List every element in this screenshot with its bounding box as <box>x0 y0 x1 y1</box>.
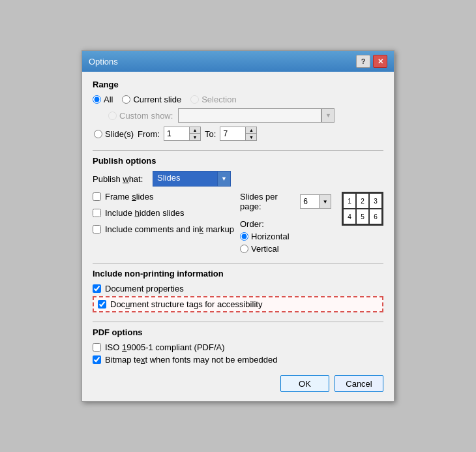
doc-structure-checkbox[interactable] <box>98 300 106 309</box>
include-comments-checkbox[interactable] <box>93 225 101 234</box>
radio-horizontal[interactable]: Horizontal <box>240 232 331 241</box>
from-input[interactable]: 1 <box>164 127 190 141</box>
main-options-grid: Frame slides Include hidden slides Inclu… <box>93 192 383 254</box>
doc-structure-label: Document structure tags for accessibilit… <box>110 299 262 309</box>
help-button[interactable]: ? <box>356 55 370 68</box>
doc-properties-row[interactable]: Document properties <box>93 284 383 294</box>
range-radio-group-1: All Current slide Selection <box>93 95 383 104</box>
to-down-arrow[interactable]: ▼ <box>246 134 256 140</box>
doc-structure-row[interactable]: Document structure tags for accessibilit… <box>93 296 383 312</box>
radio-vertical[interactable]: Vertical <box>240 244 331 254</box>
radio-selection-label: Selection <box>201 95 236 104</box>
iso-compliant-row[interactable]: ISO 19005-1 compliant (PDF/A) <box>93 342 383 352</box>
non-printing-section: Include non-printing information Documen… <box>93 269 383 312</box>
publish-options-title: Publish options <box>93 156 383 166</box>
radio-current-slide[interactable]: Current slide <box>122 95 181 104</box>
range-section: Range All Current slide Selection <box>93 80 383 141</box>
bitmap-text-checkbox[interactable] <box>93 355 101 364</box>
frame-slides-label: Frame slides <box>105 192 153 202</box>
frame-slides-row[interactable]: Frame slides <box>93 192 236 202</box>
spp-value[interactable]: 6 <box>300 194 320 209</box>
custom-show-wrapper: ▼ <box>178 108 335 123</box>
pdf-options-title: PDF options <box>93 327 383 337</box>
range-section-title: Range <box>93 80 383 89</box>
options-dialog: Options ? ✕ Range All Current slide <box>82 50 394 402</box>
slide-cell-6: 6 <box>369 209 382 224</box>
radio-selection[interactable]: Selection <box>190 95 236 104</box>
divider-2 <box>93 263 383 264</box>
doc-properties-checkbox[interactable] <box>93 284 101 293</box>
bitmap-text-row[interactable]: Bitmap text when fonts may not be embedd… <box>93 355 383 365</box>
cancel-button[interactable]: Cancel <box>335 375 383 392</box>
slide-cell-1: 1 <box>343 193 356 209</box>
divider-1 <box>93 150 383 151</box>
slides-per-page-label: Slides per page: <box>240 192 295 211</box>
order-section: Order: Horizontal Vertical <box>240 219 331 254</box>
iso-compliant-label: ISO 19005-1 compliant (PDF/A) <box>105 342 225 352</box>
custom-show-input <box>178 108 321 123</box>
radio-slides[interactable]: Slide(s) <box>94 129 134 139</box>
from-label: From: <box>138 129 160 139</box>
spp-dropdown-btn[interactable]: ▼ <box>320 194 331 209</box>
publish-what-row: Publish what: Slides ▼ <box>93 171 383 187</box>
radio-current-label: Current slide <box>133 95 181 104</box>
slide-grid-preview: 1 2 3 4 5 6 <box>342 192 383 226</box>
close-button[interactable]: ✕ <box>373 55 387 68</box>
from-down-arrow[interactable]: ▼ <box>190 134 200 140</box>
publish-options-section: Publish options Publish what: Slides ▼ F… <box>93 156 383 254</box>
slides-per-page-section: Slides per page: 6 ▼ Order: Horizontal <box>240 192 331 254</box>
publish-what-dropdown[interactable]: Slides ▼ <box>153 171 231 187</box>
include-hidden-label: Include hidden slides <box>105 208 184 218</box>
slide-cell-2: 2 <box>356 193 369 209</box>
slide-cell-4: 4 <box>343 209 356 224</box>
from-spinner[interactable]: 1 ▲ ▼ <box>164 127 201 141</box>
button-row: OK Cancel <box>93 375 383 392</box>
slides-per-page-dropdown[interactable]: 6 ▼ <box>300 194 331 209</box>
radio-all[interactable]: All <box>93 95 113 104</box>
from-up-arrow[interactable]: ▲ <box>190 127 200 134</box>
non-printing-title: Include non-printing information <box>93 269 383 279</box>
pdf-options-section: PDF options ISO 19005-1 compliant (PDF/A… <box>93 327 383 365</box>
title-bar: Options ? ✕ <box>82 51 394 72</box>
include-comments-row[interactable]: Include comments and ink markup <box>93 224 236 234</box>
radio-horizontal-label: Horizontal <box>251 232 290 241</box>
order-label: Order: <box>240 219 331 229</box>
ok-button[interactable]: OK <box>280 375 329 392</box>
doc-properties-label: Document properties <box>105 284 184 294</box>
to-up-arrow[interactable]: ▲ <box>246 127 256 134</box>
right-options-col: Slides per page: 6 ▼ Order: Horizontal <box>240 192 383 254</box>
to-input[interactable]: 7 <box>220 127 246 141</box>
iso-compliant-checkbox[interactable] <box>93 343 101 352</box>
include-hidden-row[interactable]: Include hidden slides <box>93 208 236 218</box>
divider-3 <box>93 322 383 322</box>
slide-cell-5: 5 <box>356 209 369 224</box>
slides-from-row: Slide(s) From: 1 ▲ ▼ To: 7 ▲ ▼ <box>94 127 383 141</box>
radio-custom-show[interactable]: Custom show: <box>108 111 173 121</box>
radio-all-label: All <box>104 95 113 104</box>
publish-what-label: Publish what: <box>93 174 145 184</box>
slides-per-page-row: Slides per page: 6 ▼ <box>240 192 331 211</box>
include-comments-label: Include comments and ink markup <box>105 224 234 234</box>
to-spinner[interactable]: 7 ▲ ▼ <box>220 127 257 141</box>
to-label: To: <box>205 129 216 139</box>
dialog-title: Options <box>89 57 118 67</box>
dialog-body: Range All Current slide Selection <box>82 72 394 401</box>
radio-vertical-label: Vertical <box>251 244 279 254</box>
from-spinner-arrows: ▲ ▼ <box>190 127 201 141</box>
radio-custom-label: Custom show: <box>119 111 173 121</box>
slide-cell-3: 3 <box>369 193 382 209</box>
left-options-col: Frame slides Include hidden slides Inclu… <box>93 192 236 254</box>
title-bar-buttons: ? ✕ <box>356 55 387 68</box>
radio-slides-label: Slide(s) <box>105 129 134 139</box>
bitmap-text-label: Bitmap text when fonts may not be embedd… <box>105 355 278 365</box>
frame-slides-checkbox[interactable] <box>93 192 101 201</box>
publish-what-dropdown-btn[interactable]: ▼ <box>218 171 231 187</box>
custom-show-row: Custom show: ▼ <box>108 108 383 123</box>
custom-show-dropdown: ▼ <box>321 108 335 123</box>
to-spinner-arrows: ▲ ▼ <box>246 127 257 141</box>
include-hidden-checkbox[interactable] <box>93 209 101 217</box>
publish-what-value[interactable]: Slides <box>153 171 218 187</box>
